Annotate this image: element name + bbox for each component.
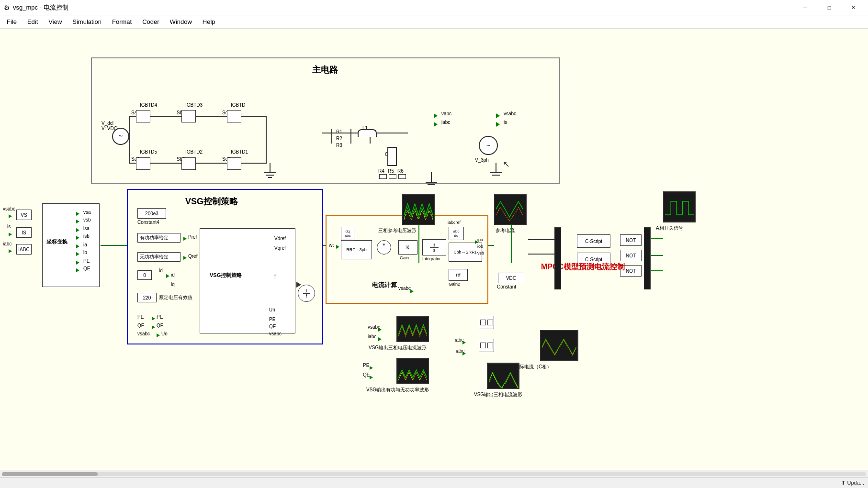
titlebar: ⚙ vsg_mpc - 电流控制 ─ □ ✕ bbox=[0, 0, 868, 15]
vdref-out: Vdref bbox=[274, 236, 286, 241]
gain-label: Gain bbox=[400, 255, 409, 260]
window-title: vsg_mpc - 电流控制 bbox=[13, 3, 68, 12]
menu-edit[interactable]: Edit bbox=[23, 16, 43, 27]
pe-out-label: PE bbox=[83, 258, 90, 264]
sum-block: +− bbox=[377, 240, 391, 255]
qe-in2: QE bbox=[269, 324, 276, 329]
svg-rect-6 bbox=[488, 364, 518, 388]
igbt-label: IGBTD bbox=[231, 102, 246, 108]
vsg-subsystem-inner: VSG控制策略 Vdref Vqref f bbox=[200, 228, 295, 333]
igbt2-label: IGBTD2 bbox=[185, 149, 203, 155]
igbt1-label: IGBTD1 bbox=[231, 149, 248, 155]
vsg-peqe-waveform bbox=[396, 358, 429, 384]
isb-label: isb bbox=[83, 233, 90, 239]
uo-label: Uo bbox=[161, 331, 168, 336]
menu-coder[interactable]: Coder bbox=[137, 16, 164, 27]
gain-block: K bbox=[398, 240, 417, 255]
pref-label: Pref bbox=[188, 234, 197, 240]
rated-voltage-block: 220 bbox=[137, 293, 157, 302]
id-out-label: id bbox=[171, 272, 175, 277]
vdc-constant-label: Constant bbox=[497, 284, 516, 289]
menu-view[interactable]: View bbox=[44, 16, 67, 27]
active-power-block: 有功功率给定 bbox=[137, 233, 180, 243]
qe-lower: QE bbox=[137, 323, 144, 328]
vsb-calc-label: vsb bbox=[477, 251, 484, 255]
ib-label: ib bbox=[83, 250, 87, 255]
cscript1-block: C-Script bbox=[577, 234, 610, 248]
abc-dq-block: abcdq bbox=[449, 227, 464, 240]
switch-conn1 bbox=[528, 239, 554, 240]
vsg-control-container: VSG控制策略 200e3 Constant4 有功功率给定 无功功率给定 0 … bbox=[127, 189, 323, 344]
menu-help[interactable]: Help bbox=[198, 16, 220, 27]
igbt4-label: IGBTD4 bbox=[140, 102, 157, 108]
iabc-lower3-label: iabc bbox=[368, 334, 376, 339]
scrollbar[interactable] bbox=[0, 470, 868, 477]
svg-rect-1 bbox=[495, 195, 526, 224]
r5-label: R5 bbox=[388, 168, 394, 174]
igbt3-label: IGBTD3 bbox=[185, 102, 203, 108]
statusbar: ⬆ Upda... bbox=[0, 477, 868, 488]
scrollbar-thumb[interactable] bbox=[2, 472, 98, 476]
main-circuit-title: 主电路 bbox=[312, 64, 338, 76]
r2-label: R2 bbox=[336, 136, 342, 141]
vsg-control-title: VSG控制策略 bbox=[185, 196, 238, 207]
ia-label: ia bbox=[83, 242, 87, 247]
svg-rect-2 bbox=[664, 192, 695, 222]
vsg-current-label: VSG输出三相电流波形 bbox=[474, 391, 522, 398]
current-calc-title: 电流计算 bbox=[372, 281, 397, 289]
vsabc-lower: vsabc bbox=[137, 331, 150, 336]
vs-block: VS bbox=[16, 210, 32, 220]
update-label: ⬆ Upda... bbox=[841, 480, 864, 486]
iob-label: iob bbox=[477, 244, 483, 249]
qe-out-label: QE bbox=[83, 266, 90, 271]
menubar: File Edit View Simulation Format Coder W… bbox=[0, 15, 868, 29]
constant4-label: Constant4 bbox=[137, 220, 159, 225]
v3ph-source: ~ bbox=[479, 136, 498, 155]
conn-coord-vsg bbox=[101, 245, 127, 246]
maximize-button[interactable]: □ bbox=[818, 0, 840, 15]
pe-lower2: PE bbox=[157, 314, 163, 320]
rrf-3ph-block: RRF→3ph bbox=[341, 240, 372, 259]
close-button[interactable]: ✕ bbox=[842, 0, 864, 15]
app-icon: ⚙ bbox=[4, 4, 10, 11]
conn-not1-out bbox=[651, 238, 663, 239]
f-out: f bbox=[274, 274, 276, 279]
coord-transform-label: 坐标变换 bbox=[46, 238, 68, 245]
conn-calc-mpcc bbox=[488, 245, 494, 246]
menu-window[interactable]: Window bbox=[165, 16, 197, 27]
coordinate-transform-block: 坐标变换 vsa vsb isa isb ia ib PE QE bbox=[42, 203, 100, 287]
menu-file[interactable]: File bbox=[2, 16, 22, 27]
r4-label: R4 bbox=[378, 168, 384, 174]
vsg-output-vabc-waveform bbox=[396, 316, 429, 342]
v3ph-label: V_3ph bbox=[475, 157, 489, 163]
scrollbar-track[interactable] bbox=[2, 472, 866, 476]
id-ref-label: id bbox=[159, 268, 163, 273]
menu-simulation[interactable]: Simulation bbox=[68, 16, 106, 27]
vconn1 bbox=[418, 225, 419, 263]
ref-voltage-waveform bbox=[402, 194, 435, 225]
switch-block2 bbox=[644, 227, 651, 289]
vqref-out: Vqref bbox=[274, 245, 286, 251]
ref-current-waveform bbox=[494, 194, 527, 225]
integrator-block: 1 s bbox=[422, 239, 446, 255]
ref-vs-actual-waveform bbox=[540, 330, 578, 361]
zero-block: 0 bbox=[137, 270, 152, 280]
switch-block1 bbox=[554, 227, 561, 289]
ipa-label: ipa bbox=[477, 237, 483, 242]
un-label: Un bbox=[269, 307, 275, 312]
vsg-peqe-label: VSG输出有功与无功功率波形 bbox=[366, 387, 429, 393]
menu-format[interactable]: Format bbox=[107, 16, 136, 27]
rf-gain2-label: Gain2 bbox=[449, 282, 460, 287]
iabcref-label: iabcref bbox=[448, 220, 461, 225]
mpcc-title: MPCC模型预测电流控制 bbox=[541, 262, 625, 272]
conn-not2-out bbox=[651, 255, 663, 256]
titlebar-controls: ─ □ ✕ bbox=[794, 0, 864, 15]
pe-peqe-label: PE bbox=[363, 363, 369, 368]
r1-label: R1 bbox=[336, 129, 342, 134]
minimize-button[interactable]: ─ bbox=[794, 0, 816, 15]
vabc-out-label: vabc bbox=[441, 111, 451, 116]
a-phase-switch-label: A相开关信号 bbox=[656, 225, 683, 232]
vsb-label: vsb bbox=[83, 217, 91, 222]
svg-rect-5 bbox=[541, 331, 577, 360]
vconn2 bbox=[511, 225, 512, 263]
